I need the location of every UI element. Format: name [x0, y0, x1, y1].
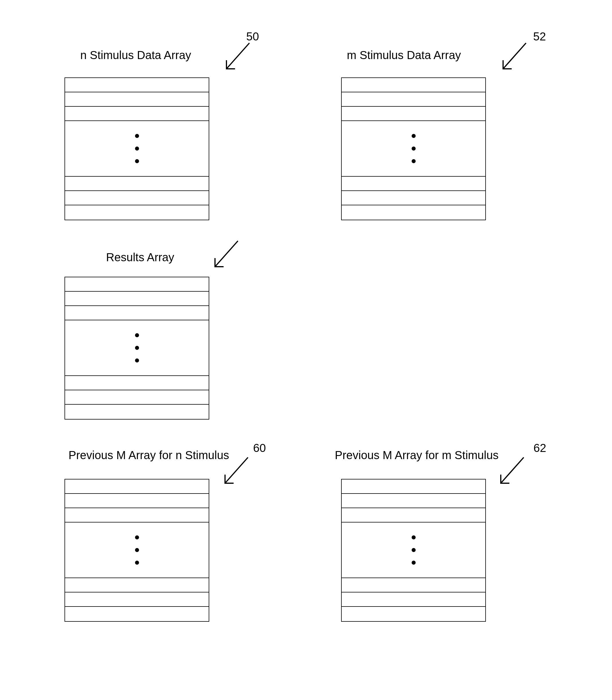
- array-row: [65, 277, 209, 292]
- dot-icon: [135, 333, 139, 337]
- dot-icon: [135, 561, 139, 565]
- array-row: [65, 592, 209, 607]
- dot-icon: [135, 535, 139, 539]
- array-row: [65, 205, 209, 220]
- dot-icon: [135, 134, 139, 138]
- title-results: Results Array: [106, 251, 174, 264]
- dot-icon: [412, 548, 416, 552]
- array-row: [65, 177, 209, 191]
- ref-m-stim: 52: [533, 30, 546, 43]
- dot-icon: [135, 346, 139, 350]
- array-row: [65, 191, 209, 205]
- dot-icon: [412, 159, 416, 163]
- dot-icon: [412, 147, 416, 151]
- array-row-ellipsis: [342, 522, 485, 578]
- array-row: [65, 578, 209, 592]
- array-row: [342, 508, 485, 522]
- arrow-results: [206, 235, 247, 275]
- diagram-canvas: n Stimulus Data Array 50 m Stimulus Data…: [0, 0, 612, 700]
- array-prev-m: [341, 479, 486, 622]
- dot-icon: [135, 159, 139, 163]
- dot-icon: [135, 548, 139, 552]
- array-row-ellipsis: [65, 121, 209, 177]
- array-row: [342, 177, 485, 191]
- svg-line-0: [226, 43, 249, 69]
- dot-icon: [412, 134, 416, 138]
- ref-n-stim: 50: [246, 30, 259, 43]
- array-row: [342, 205, 485, 220]
- array-row: [65, 494, 209, 508]
- array-row: [342, 494, 485, 508]
- title-prev-m: Previous M Array for m Stimulus: [335, 449, 499, 462]
- array-prev-n: [65, 479, 209, 622]
- array-row: [65, 479, 209, 494]
- array-m-stim: [341, 78, 486, 220]
- array-row: [65, 306, 209, 320]
- array-row: [342, 578, 485, 592]
- array-row: [342, 107, 485, 121]
- array-row-ellipsis: [342, 121, 485, 177]
- array-results: [65, 277, 209, 420]
- dot-icon: [135, 358, 139, 362]
- array-row: [65, 92, 209, 107]
- ref-prev-m: 62: [533, 442, 546, 454]
- title-prev-n: Previous M Array for n Stimulus: [69, 449, 229, 462]
- array-row: [342, 191, 485, 205]
- arrow-m-stim: [495, 37, 534, 78]
- array-row: [65, 78, 209, 92]
- arrow-n-stim: [218, 37, 258, 78]
- array-row: [342, 479, 485, 494]
- title-n-stim: n Stimulus Data Array: [80, 49, 191, 61]
- array-row: [342, 607, 485, 621]
- ref-prev-n: 60: [253, 442, 266, 454]
- dot-icon: [412, 535, 416, 539]
- svg-line-1: [503, 43, 526, 69]
- array-row: [65, 376, 209, 390]
- array-n-stim: [65, 78, 209, 220]
- dot-icon: [135, 147, 139, 151]
- array-row-ellipsis: [65, 522, 209, 578]
- array-row: [65, 607, 209, 621]
- array-row: [65, 292, 209, 306]
- array-row-ellipsis: [65, 320, 209, 376]
- array-row: [342, 592, 485, 607]
- title-m-stim: m Stimulus Data Array: [347, 49, 461, 61]
- array-row: [342, 78, 485, 92]
- array-row: [342, 92, 485, 107]
- array-row: [65, 404, 209, 419]
- array-row: [65, 390, 209, 404]
- array-row: [65, 508, 209, 522]
- svg-line-2: [215, 241, 238, 267]
- array-row: [65, 107, 209, 121]
- svg-line-4: [501, 457, 524, 483]
- dot-icon: [412, 561, 416, 565]
